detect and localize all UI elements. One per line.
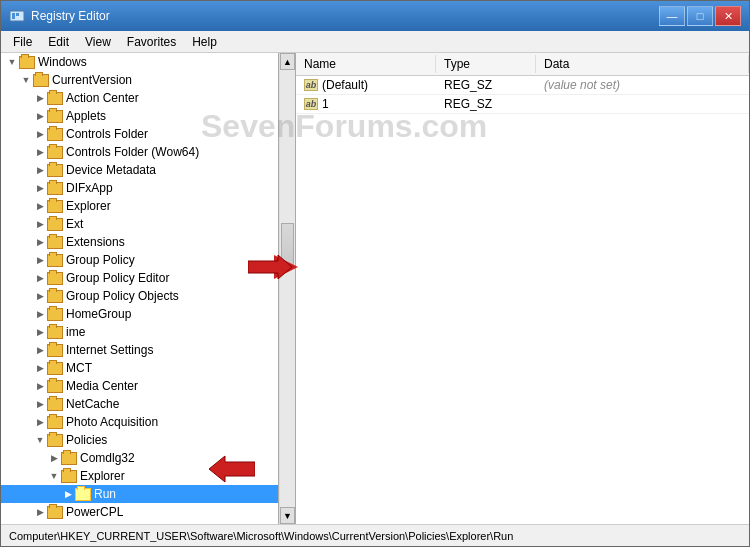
tree-label-homegroup: HomeGroup [66,307,131,321]
tree-item-mct[interactable]: ▶ MCT [1,359,278,377]
tree-item-homegroup[interactable]: ▶ HomeGroup [1,305,278,323]
expand-icon-currentversion[interactable]: ▼ [19,73,33,87]
expand-icon-extensions[interactable]: ▶ [33,235,47,249]
tree-item-device-metadata[interactable]: ▶ Device Metadata [1,161,278,179]
window-title: Registry Editor [31,9,110,23]
expand-icon-mct[interactable]: ▶ [33,361,47,375]
tree-label-ime: ime [66,325,85,339]
col-header-data[interactable]: Data [536,55,749,73]
tree-label-group-policy-objects: Group Policy Objects [66,289,179,303]
cell-name-1: ab 1 [296,96,436,112]
tree-item-netcache[interactable]: ▶ NetCache [1,395,278,413]
expand-icon-media-center[interactable]: ▶ [33,379,47,393]
tree-item-ext[interactable]: ▶ Ext [1,215,278,233]
expand-icon-group-policy-objects[interactable]: ▶ [33,289,47,303]
expand-icon-policies[interactable]: ▼ [33,433,47,447]
tree-item-comdlg32[interactable]: ▶ Comdlg32 [1,449,278,467]
tree-label-media-center: Media Center [66,379,138,393]
tree-item-media-center[interactable]: ▶ Media Center [1,377,278,395]
tree-item-policies[interactable]: ▼ Policies [1,431,278,449]
expand-icon-wow64[interactable]: ▶ [33,145,47,159]
expand-icon-internet-settings[interactable]: ▶ [33,343,47,357]
expand-icon-group-policy-editor[interactable]: ▶ [33,271,47,285]
scroll-down-button[interactable]: ▼ [280,507,295,524]
tree-item-difxapp[interactable]: ▶ DIFxApp [1,179,278,197]
menu-view[interactable]: View [77,33,119,51]
tree-item-photo-acquisition[interactable]: ▶ Photo Acquisition [1,413,278,431]
folder-icon-group-policy [47,254,63,267]
tree-item-controls-folder[interactable]: ▶ Controls Folder [1,125,278,143]
expand-icon-applets[interactable]: ▶ [33,109,47,123]
col-header-type[interactable]: Type [436,55,536,73]
scroll-up-button[interactable]: ▲ [280,53,295,70]
tree-item-group-policy[interactable]: ▶ Group Policy [1,251,278,269]
menu-help[interactable]: Help [184,33,225,51]
reg-value-icon-2: ab [304,98,318,110]
tree-item-run[interactable]: ▶ Run [1,485,278,503]
tree-label-photo-acquisition: Photo Acquisition [66,415,158,429]
folder-icon-difxapp [47,182,63,195]
tree-item-controls-folder-wow64[interactable]: ▶ Controls Folder (Wow64) [1,143,278,161]
cell-data-1 [536,103,749,105]
tree-label-mct: MCT [66,361,92,375]
tree-label-wow64: Controls Folder (Wow64) [66,145,199,159]
folder-icon-explorer-policies [61,470,77,483]
folder-icon-ime [47,326,63,339]
tree-panel[interactable]: ▼ Windows ▼ CurrentVersion ▶ Action Cent… [1,53,279,524]
tree-item-applets[interactable]: ▶ Applets [1,107,278,125]
expand-icon-device-metadata[interactable]: ▶ [33,163,47,177]
tree-label-applets: Applets [66,109,106,123]
expand-icon-comdlg32[interactable]: ▶ [47,451,61,465]
expand-icon-group-policy[interactable]: ▶ [33,253,47,267]
expand-icon-run[interactable]: ▶ [61,487,75,501]
reg-value-icon: ab [304,79,318,91]
scroll-track [280,70,295,507]
menu-edit[interactable]: Edit [40,33,77,51]
expand-icon-action-center[interactable]: ▶ [33,91,47,105]
expand-icon-explorer[interactable]: ▶ [33,199,47,213]
tree-label-group-policy: Group Policy [66,253,135,267]
tree-item-explorer[interactable]: ▶ Explorer [1,197,278,215]
tree-label-comdlg32: Comdlg32 [80,451,135,465]
expand-icon-ime[interactable]: ▶ [33,325,47,339]
folder-icon-ext [47,218,63,231]
tree-item-action-center[interactable]: ▶ Action Center [1,89,278,107]
tree-item-internet-settings[interactable]: ▶ Internet Settings [1,341,278,359]
menu-file[interactable]: File [5,33,40,51]
folder-icon-explorer [47,200,63,213]
minimize-button[interactable]: — [659,6,685,26]
folder-icon-powercpl [47,506,63,519]
tree-item-extensions[interactable]: ▶ Extensions [1,233,278,251]
table-row[interactable]: ab 1 REG_SZ [296,95,749,114]
maximize-button[interactable]: □ [687,6,713,26]
folder-icon-media-center [47,380,63,393]
folder-icon-wow64 [47,146,63,159]
expand-icon-difxapp[interactable]: ▶ [33,181,47,195]
expand-icon-ext[interactable]: ▶ [33,217,47,231]
cell-data-default: (value not set) [536,77,749,93]
expand-icon-explorer-policies[interactable]: ▼ [47,469,61,483]
menu-favorites[interactable]: Favorites [119,33,184,51]
close-button[interactable]: ✕ [715,6,741,26]
expand-icon-powercpl[interactable]: ▶ [33,505,47,519]
tree-item-explorer-policies[interactable]: ▼ Explorer [1,467,278,485]
tree-item-group-policy-objects[interactable]: ▶ Group Policy Objects [1,287,278,305]
tree-item-currentversion[interactable]: ▼ CurrentVersion [1,71,278,89]
table-row[interactable]: ab (Default) REG_SZ (value not set) [296,76,749,95]
tree-item-powercpl[interactable]: ▶ PowerCPL [1,503,278,521]
scroll-thumb[interactable] [281,223,294,268]
expand-icon-homegroup[interactable]: ▶ [33,307,47,321]
tree-label-action-center: Action Center [66,91,139,105]
status-bar: Computer\HKEY_CURRENT_USER\Software\Micr… [1,524,749,546]
expand-icon[interactable]: ▼ [5,55,19,69]
tree-item-group-policy-editor[interactable]: ▶ Group Policy Editor [1,269,278,287]
tree-item-ime[interactable]: ▶ ime [1,323,278,341]
tree-item-windows[interactable]: ▼ Windows [1,53,278,71]
expand-icon-controls-folder[interactable]: ▶ [33,127,47,141]
folder-icon-run [75,488,91,501]
expand-icon-netcache[interactable]: ▶ [33,397,47,411]
expand-icon-photo-acquisition[interactable]: ▶ [33,415,47,429]
tree-label-ext: Ext [66,217,83,231]
svg-rect-1 [12,13,15,19]
col-header-name[interactable]: Name [296,55,436,73]
